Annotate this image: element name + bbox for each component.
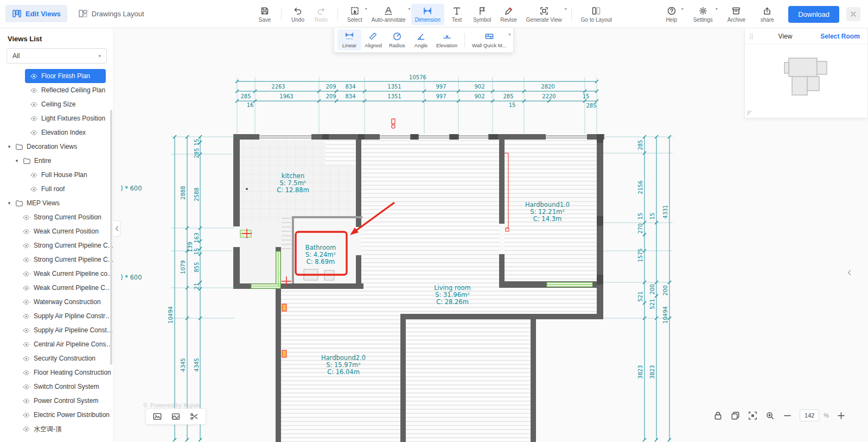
- sidebar-item-entire[interactable]: ▾Entire: [0, 154, 113, 168]
- zoom-area-icon[interactable]: [765, 411, 775, 421]
- eye-icon[interactable]: [30, 115, 37, 122]
- sidebar-item-floor-heating-construction[interactable]: Floor Heating Construction: [0, 365, 113, 380]
- tool-settings[interactable]: ▾Settings: [690, 4, 717, 25]
- linear-icon: [344, 31, 354, 41]
- scissors-icon[interactable]: [189, 412, 199, 421]
- eye-icon[interactable]: [23, 341, 30, 348]
- tab-view[interactable]: View: [758, 33, 813, 40]
- sidebar-item-full-roof[interactable]: Full roof: [0, 182, 113, 196]
- eye-icon[interactable]: [23, 242, 30, 249]
- panel-expand-button[interactable]: [846, 268, 853, 278]
- resize-handle[interactable]: [746, 110, 752, 116]
- tool-revise[interactable]: Revise: [496, 4, 521, 25]
- sidebar-item-strong-current-position[interactable]: Strong Current Position: [0, 210, 113, 224]
- sidebar-item-waterway-construction[interactable]: Waterway Construction: [0, 295, 113, 309]
- drag-handle-icon[interactable]: [745, 33, 758, 40]
- eye-icon[interactable]: [23, 313, 30, 320]
- tab-edit-views[interactable]: Edit Views: [5, 5, 67, 22]
- sidebar-item-floor-finish-plan[interactable]: Floor Finish Plan: [25, 69, 106, 83]
- tool-go-to-layout[interactable]: Go to Layout: [577, 4, 616, 25]
- dim-tool-radius[interactable]: Radius: [385, 29, 409, 50]
- dimension-text: 139: [187, 242, 193, 252]
- minimap[interactable]: [745, 45, 867, 117]
- tool-save[interactable]: Save: [254, 4, 276, 25]
- snapshot-icon[interactable]: [171, 412, 181, 421]
- dim-tool-linear[interactable]: Linear: [337, 29, 361, 50]
- dim-tool-angle[interactable]: Angle: [409, 29, 433, 50]
- dimension-text: 521: [649, 299, 655, 309]
- tool-undo[interactable]: Undo: [287, 4, 309, 25]
- eye-icon[interactable]: [23, 228, 30, 235]
- eye-icon[interactable]: [30, 172, 37, 179]
- sidebar-item-switch-control-system[interactable]: Switch Control System: [0, 380, 113, 394]
- sidebar-item-supply-air-pipeline-constr[interactable]: Supply Air Pipeline Constr...: [0, 323, 113, 337]
- sidebar-item-mep-views[interactable]: ▾MEP Views: [0, 196, 113, 210]
- zoom-input[interactable]: 142: [800, 409, 819, 421]
- caret-down-icon[interactable]: ▾: [7, 200, 12, 206]
- views-filter-select[interactable]: All ▾: [7, 48, 107, 64]
- dimension-text: 10494: [662, 306, 668, 324]
- tool-archive[interactable]: Archive: [724, 4, 749, 25]
- tool-share[interactable]: share: [756, 4, 778, 25]
- dim-tool-aligned[interactable]: Aligned: [361, 29, 385, 50]
- eye-icon[interactable]: [23, 285, 30, 292]
- eye-icon[interactable]: [23, 327, 30, 334]
- sidebar-item-central-air-pipeline-constr[interactable]: Central Air Pipeline Constr...: [0, 337, 113, 351]
- tab-select-room[interactable]: Select Room: [813, 33, 867, 40]
- sidebar-item-ceiling-size[interactable]: Ceiling Size: [0, 97, 113, 111]
- eye-icon[interactable]: [23, 214, 30, 221]
- sidebar-item-electric-power-distribution[interactable]: Electric Power Distribution: [0, 408, 113, 422]
- tool-dimension[interactable]: Dimension: [411, 4, 444, 25]
- tool-text[interactable]: Text: [446, 4, 468, 25]
- close-button[interactable]: [846, 7, 860, 21]
- lock-icon[interactable]: [713, 411, 723, 421]
- sidebar-item-weak-current-pipeline-co[interactable]: Weak Current Pipeline co...: [0, 267, 113, 281]
- tab-drawings-layout[interactable]: Drawings Layout: [72, 5, 151, 22]
- sidebar-collapse-button[interactable]: [113, 220, 121, 237]
- sidebar-item-security-construction[interactable]: Security Construction: [0, 351, 113, 365]
- sidebar-item-水空调-顶[interactable]: 水空调-顶: [0, 422, 113, 436]
- eye-icon[interactable]: [23, 256, 30, 263]
- tool-select[interactable]: ▾Select: [343, 4, 366, 25]
- caret-down-icon[interactable]: ▾: [14, 158, 20, 163]
- zoom-in-button[interactable]: [836, 411, 846, 421]
- photo-icon[interactable]: [152, 412, 162, 421]
- caret-down-icon[interactable]: ▾: [7, 144, 12, 149]
- sidebar-scrollbar[interactable]: [110, 110, 112, 365]
- sidebar-item-weak-current-position[interactable]: Weak Current Position: [0, 224, 113, 238]
- eye-icon[interactable]: [23, 270, 30, 277]
- sidebar-item-power-control-system[interactable]: Power Control System: [0, 394, 113, 408]
- layers-icon[interactable]: [730, 411, 741, 421]
- sidebar-item-weak-current-pipeline-co[interactable]: Weak Current Pipeline Co...: [0, 281, 113, 295]
- sidebar-item-full-house-plan[interactable]: Full House Plan: [0, 168, 113, 182]
- sidebar-item-reflected-ceiling-plan[interactable]: Reflected Ceiling Plan: [0, 83, 113, 97]
- eye-icon[interactable]: [30, 73, 37, 80]
- tool-auto-annotate[interactable]: ▾Auto-annotate: [368, 4, 410, 25]
- download-button[interactable]: Download: [788, 6, 839, 23]
- fit-screen-icon[interactable]: [748, 411, 758, 421]
- dim-tool-wall-quick-m[interactable]: ▾Wall Quick M...: [469, 29, 510, 50]
- sidebar-item-strong-current-pipeline-c[interactable]: Strong Current Pipeline C...: [0, 252, 113, 267]
- sidebar-item-elevation-index[interactable]: Elevation Index: [0, 125, 113, 140]
- tool-redo[interactable]: Redo: [310, 4, 332, 25]
- sidebar-item-light-fixtures-position[interactable]: Light Fixtures Position: [0, 111, 113, 125]
- eye-icon[interactable]: [23, 397, 30, 405]
- eye-icon[interactable]: [30, 129, 37, 136]
- eye-icon[interactable]: [23, 355, 30, 362]
- tool-help[interactable]: ▾Help: [661, 4, 682, 25]
- eye-icon[interactable]: [23, 412, 30, 419]
- dim-tool-elevation[interactable]: Elevation: [433, 29, 461, 50]
- eye-icon[interactable]: [30, 101, 37, 108]
- eye-icon[interactable]: [23, 426, 30, 433]
- sidebar-item-supply-air-pipline-constru[interactable]: Supply Air Pipline Constru...: [0, 309, 113, 323]
- sidebar-item-strong-current-pipeline-c[interactable]: Strong Current Pipeline C...: [0, 238, 113, 252]
- tool-generate-view[interactable]: ▾Generate View: [522, 4, 566, 25]
- eye-icon[interactable]: [30, 87, 37, 94]
- eye-icon[interactable]: [23, 369, 30, 376]
- tool-symbol[interactable]: Symbol: [469, 4, 495, 25]
- zoom-out-button[interactable]: [782, 411, 793, 421]
- eye-icon[interactable]: [23, 383, 30, 390]
- eye-icon[interactable]: [30, 186, 37, 193]
- sidebar-item-decoration-views[interactable]: ▾Decoration Views: [0, 140, 113, 154]
- eye-icon[interactable]: [23, 299, 30, 306]
